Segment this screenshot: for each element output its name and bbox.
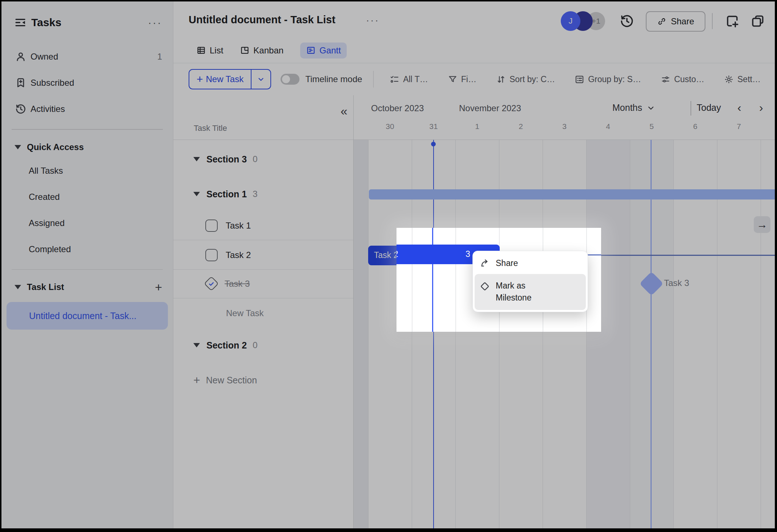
day-gridline [412,228,412,332]
milestone-diamond-icon [480,281,490,291]
menu-item-mark-as-milestone[interactable]: Mark as Milestone [475,274,586,310]
today-line [432,228,433,332]
day-gridline [455,228,456,332]
share-icon [480,258,490,268]
app-window: Tasks ··· Owned 1 Subscribed Activities [1,1,775,528]
dim-overlay [1,1,775,528]
task2-bar-badge: 3 [466,249,470,259]
context-menu: Share Mark as Milestone [472,251,588,312]
menu-item-share[interactable]: Share [475,253,586,273]
